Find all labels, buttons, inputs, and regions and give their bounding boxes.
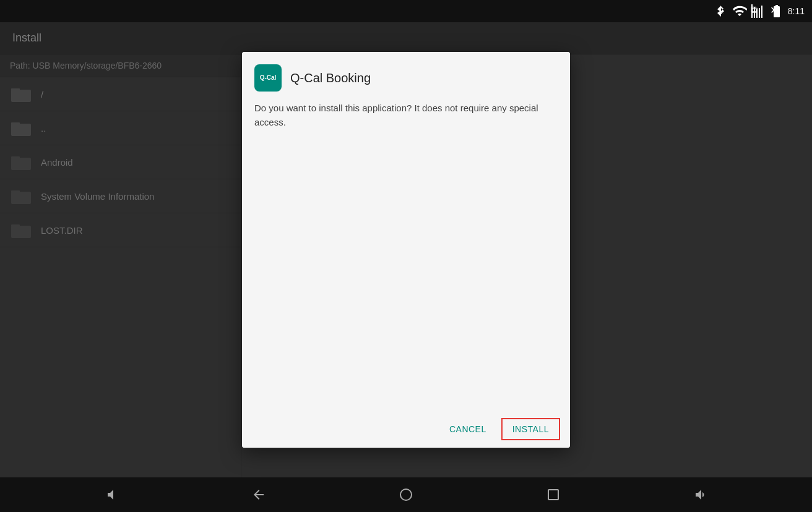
install-dialog: Q-Cal Q-Cal Booking Do you want to insta…	[242, 52, 570, 448]
install-button[interactable]: INSTALL	[501, 418, 560, 440]
recents-icon[interactable]	[540, 481, 567, 508]
clock: 8:11	[788, 6, 805, 16]
nav-bar	[0, 477, 812, 512]
dialog-body: Do you want to install this application?…	[242, 92, 570, 411]
dialog-header: Q-Cal Q-Cal Booking	[242, 52, 570, 92]
app-area: Install Path: USB Memory/storage/BFB6-26…	[0, 22, 812, 477]
cancel-button[interactable]: CANCEL	[439, 418, 496, 440]
app-icon-label: Q-Cal	[260, 74, 277, 82]
close-button[interactable]: ✕	[766, 2, 781, 17]
home-icon[interactable]	[392, 481, 420, 508]
svg-point-10	[400, 489, 412, 500]
dialog-footer: CANCEL INSTALL	[242, 411, 570, 448]
svg-rect-11	[548, 490, 558, 500]
restore-button[interactable]: ⧉	[746, 2, 761, 17]
status-bar: ⧉ ✕ 8:11	[0, 0, 812, 22]
volume-up-icon[interactable]	[688, 481, 715, 508]
volume-down-icon[interactable]	[97, 481, 124, 508]
dialog-title: Q-Cal Booking	[290, 71, 371, 85]
back-icon[interactable]	[245, 481, 272, 508]
dialog-overlay: Q-Cal Q-Cal Booking Do you want to insta…	[0, 22, 812, 477]
window-controls[interactable]: ⧉ ✕	[746, 2, 781, 17]
wifi-icon	[732, 4, 747, 19]
dialog-message: Do you want to install this application?…	[254, 101, 558, 129]
bluetooth-icon	[714, 4, 728, 19]
app-icon: Q-Cal	[254, 64, 282, 92]
